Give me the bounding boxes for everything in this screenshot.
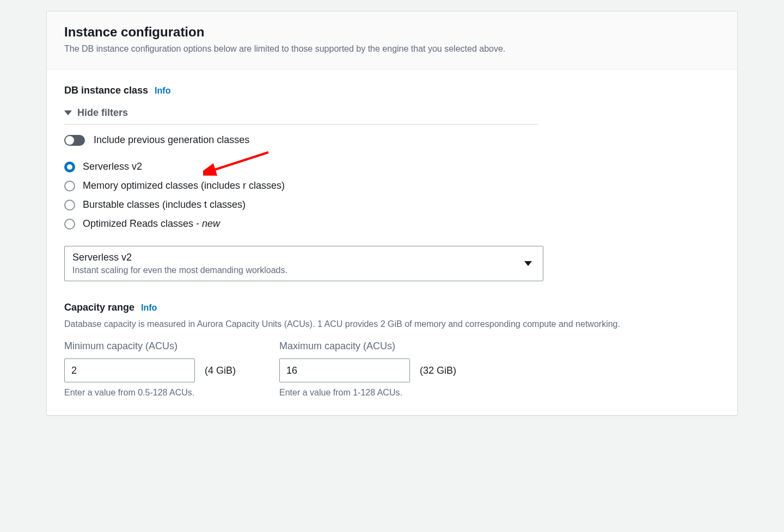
max-capacity-helper: Enter a value from 1-128 ACUs. <box>279 388 456 398</box>
capacity-description: Database capacity is measured in Aurora … <box>64 318 720 331</box>
radio-optimized-reads[interactable]: Optimized Reads classes - new <box>64 218 720 230</box>
radio-label: Memory optimized classes (includes r cla… <box>83 180 285 191</box>
caret-down-icon <box>524 261 532 266</box>
panel-body: DB instance class Info Hide filters Incl… <box>47 70 737 415</box>
max-memory-label: (32 GiB) <box>420 365 456 376</box>
instance-class-heading-row: DB instance class Info <box>64 85 720 96</box>
capacity-range-label: Capacity range <box>64 302 134 313</box>
panel-header: Instance configuration The DB instance c… <box>47 11 737 70</box>
radio-label: Burstable classes (includes t classes) <box>83 199 246 211</box>
capacity-inputs-row: Minimum capacity (ACUs) (4 GiB) Enter a … <box>64 341 720 398</box>
panel-title: Instance configuration <box>64 24 720 40</box>
max-capacity-col: Maximum capacity (ACUs) (32 GiB) Enter a… <box>279 341 456 398</box>
radio-button-icon <box>64 219 75 230</box>
min-capacity-input[interactable] <box>64 358 195 382</box>
instance-class-info-link[interactable]: Info <box>155 86 170 96</box>
radio-label: Serverless v2 <box>83 161 142 172</box>
max-input-row: (32 GiB) <box>279 358 456 382</box>
instance-config-panel: Instance configuration The DB instance c… <box>46 11 738 416</box>
capacity-range-heading-row: Capacity range Info <box>64 302 720 313</box>
radio-burstable[interactable]: Burstable classes (includes t classes) <box>64 199 720 211</box>
hide-filters-label: Hide filters <box>77 107 128 119</box>
radio-button-icon <box>64 200 75 211</box>
radio-serverless-v2[interactable]: Serverless v2 <box>64 161 720 172</box>
include-prev-gen-toggle[interactable] <box>64 135 85 146</box>
hide-filters-toggle[interactable]: Hide filters <box>64 107 720 119</box>
radio-button-icon <box>64 181 75 191</box>
include-prev-gen-row: Include previous generation classes <box>64 134 720 146</box>
panel-subtitle: The DB instance configuration options be… <box>64 44 720 54</box>
dropdown-subtitle: Instant scaling for even the most demand… <box>72 265 287 275</box>
instance-class-dropdown[interactable]: Serverless v2 Instant scaling for even t… <box>64 246 543 281</box>
radio-label: Optimized Reads classes - new <box>83 218 220 230</box>
instance-class-label: DB instance class <box>64 85 148 96</box>
toggle-knob <box>65 136 74 145</box>
radio-memory-optimized[interactable]: Memory optimized classes (includes r cla… <box>64 180 720 191</box>
dropdown-title: Serverless v2 <box>72 252 287 263</box>
max-capacity-input[interactable] <box>279 358 410 382</box>
min-capacity-helper: Enter a value from 0.5-128 ACUs. <box>64 388 236 398</box>
min-capacity-col: Minimum capacity (ACUs) (4 GiB) Enter a … <box>64 341 236 398</box>
min-memory-label: (4 GiB) <box>205 365 236 376</box>
include-prev-gen-label: Include previous generation classes <box>94 134 249 146</box>
dropdown-content: Serverless v2 Instant scaling for even t… <box>72 252 287 275</box>
capacity-info-link[interactable]: Info <box>141 303 157 313</box>
caret-down-icon <box>64 110 72 115</box>
instance-class-radio-group: Serverless v2 Memory optimized classes (… <box>64 161 720 230</box>
min-capacity-label: Minimum capacity (ACUs) <box>64 341 236 352</box>
radio-button-icon <box>64 162 75 172</box>
min-input-row: (4 GiB) <box>64 358 236 382</box>
divider <box>64 124 538 125</box>
max-capacity-label: Maximum capacity (ACUs) <box>279 341 456 352</box>
